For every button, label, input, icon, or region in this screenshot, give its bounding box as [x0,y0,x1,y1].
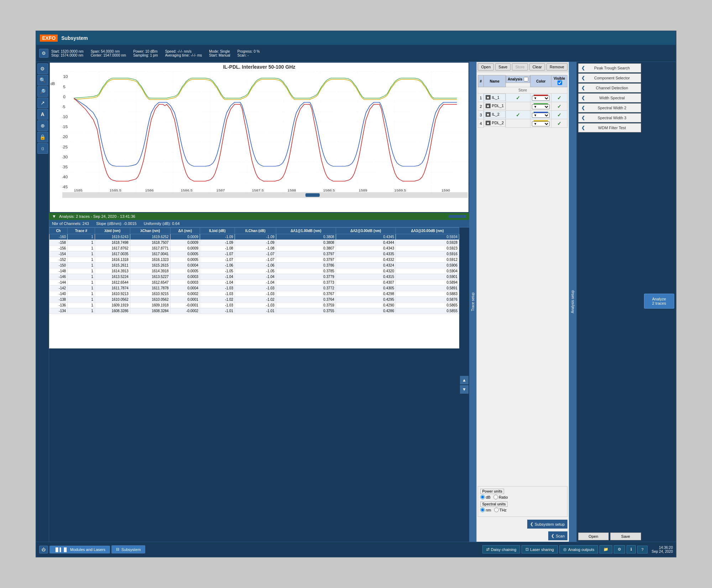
power-ratio-radio[interactable] [493,495,498,499]
scan-label: Scan [556,534,565,538]
zoom-in-btn[interactable]: 🔍 [37,75,48,85]
span-value: Span: 54.0000 nm [91,49,126,53]
trace-setup-panel: Open Save Store Clear Remove # Name Anal… [476,62,569,542]
table-cell: 1 [68,246,95,251]
spectral-nm-option[interactable]: nm [480,508,491,512]
open-btn[interactable]: Open [478,63,494,70]
auto-btn[interactable]: A [37,109,48,120]
svg-text:-15: -15 [62,125,68,129]
table-cell: 0.4305 [336,285,396,291]
trace-visible-3: ✓ [551,111,567,119]
trace-color-2: ▼ [530,102,551,111]
spectral-width-2-label: Spectral Width 2 [586,106,638,110]
spectral-thz-option[interactable]: THz [494,508,507,512]
help-btn[interactable]: ? [637,546,647,553]
modules-lasers-btn[interactable]: ▐▌▌▐▌ Modules and Lasers [49,546,110,553]
table-cell: -1.03 [235,285,276,291]
settings-tool-btn[interactable]: ⚙ [37,63,48,74]
settings-button[interactable]: ⚙ [39,49,48,58]
progress-value: Progress: 0 % [237,49,260,53]
save-btn[interactable]: Save [495,63,511,70]
scroll-down-btn[interactable]: ▼ [460,385,468,394]
daisy-chaining-btn[interactable]: ⇄ Daisy chaining [482,545,520,553]
tool-btn-5[interactable]: ⊕ [37,120,48,131]
scrollbar-thumb[interactable] [305,193,320,197]
expand-btn[interactable]: ⟨⟩ [37,143,48,154]
analysis-setup-tab[interactable]: Analysis setup [569,62,576,542]
power-db-radio[interactable] [480,495,485,499]
chevron-left-icon-2: ❮ [551,534,554,538]
table-cell: -152 [49,257,68,263]
zoom-out-btn[interactable]: 🔎 [37,86,48,97]
analog-outputs-btn[interactable]: ◎ Analog outputs [559,545,598,553]
analysis-open-btn[interactable]: Open [578,532,609,540]
spectral-nm-radio[interactable] [480,508,485,512]
trace-setup-tab[interactable]: Trace setup [469,62,476,542]
trace-analysis-1: ✓ [506,94,530,102]
trace-tbody: Store 1 ■ IL_1 ✓ ▼ ✓ 2 ■ PD [478,87,567,128]
chevron-wdm: ❮ [581,125,585,130]
spectral-thz-radio[interactable] [494,508,499,512]
spectral-width-3-btn[interactable]: ❮ Spectral Width 3 [578,113,641,122]
peak-trough-search-btn[interactable]: ❮ Peak Trough Search [578,63,641,73]
table-cell: 0.5865 [396,303,459,308]
channel-detection-btn[interactable]: ❮ Channel Detection [578,83,641,93]
table-cell: 0.4344 [336,240,396,246]
svg-text:1585: 1585 [74,189,83,192]
subsystem-btn[interactable]: ⊟ Subsystem [111,545,145,553]
gear-footer-btn[interactable]: ⚙ [614,545,625,553]
laser-sharing-btn[interactable]: ⊡ Laser sharing [522,545,558,553]
table-cell: 1617.0041 [130,251,170,257]
svg-text:1585.5: 1585.5 [110,189,121,192]
table-cell: -1.06 [235,263,276,268]
info-btn[interactable]: ℹ [627,545,636,553]
svg-text:0: 0 [63,95,66,99]
remove-btn[interactable]: Remove [546,63,567,70]
color-select-4[interactable]: ▼ [532,121,550,126]
clear-btn[interactable]: Clear [529,63,545,70]
width-spectral-btn[interactable]: ❮ Width Spectral [578,93,641,103]
table-cell: 0.0009 [170,240,200,246]
power-radio-group: dB Ratio [480,495,565,499]
scan-btn[interactable]: ❮ Scan [548,531,567,540]
table-cell: -148 [49,268,68,274]
analysis-save-btn[interactable]: Save [610,532,641,540]
wdm-filter-test-btn[interactable]: ❮ WDM Filter Test [578,123,641,132]
color-select-3[interactable]: ▼ [532,113,550,118]
visible-all-checkbox[interactable] [557,80,562,85]
spectral-thz-label: THz [499,508,507,512]
table-cell: 0.4286 [336,308,396,314]
svg-text:1586: 1586 [145,189,154,192]
help-icon: ? [641,547,643,552]
sampling-value: Sampling: 1 pm [133,53,158,57]
analysis-all-checkbox[interactable] [524,77,528,82]
spectral-units-title: Spectral units [480,502,507,507]
store-btn[interactable]: Store [512,63,528,70]
table-cell: -1.01 [235,308,276,314]
svg-text:1586.5: 1586.5 [181,189,193,192]
trace-color-4: ▼ [530,119,551,128]
power-off-btn[interactable]: ⏻ [39,546,48,553]
table-cell: 0.5928 [396,240,459,246]
analyze-2traces-btn[interactable]: Analyze2 traces [644,294,674,309]
lock-btn[interactable]: 🔒 [37,132,48,142]
color-select-1[interactable]: ▼ [532,96,550,101]
power-db-option[interactable]: dB [480,495,490,499]
daisy-icon: ⇄ [486,547,490,552]
graph-scrollbar[interactable] [62,192,468,198]
color-select-2[interactable]: ▼ [532,104,550,109]
table-cell: -1.08 [235,246,276,251]
table-cell: -1.03 [200,303,235,308]
scroll-up-btn[interactable]: ▲ [460,376,468,384]
table-row: -15211616.13181616.13230.0005-1.07-1.070… [49,257,459,263]
subsystem-setup-btn[interactable]: ❮ Subsystem setup [527,520,567,529]
table-cell: 1 [68,268,95,274]
component-selector-btn[interactable]: ❮ Component Selector [578,73,641,83]
col-delta-lambda: ΔΛ (nm) [170,228,200,234]
power-ratio-option[interactable]: Ratio [493,495,508,499]
cursor-btn[interactable]: ↗ [37,98,48,108]
spectral-width-2-btn[interactable]: ❮ Spectral Width 2 [578,103,641,112]
table-cell: 0.4324 [336,263,396,268]
folder-btn[interactable]: 📁 [600,545,612,553]
table-scroll-container[interactable]: Ch Trace # λbid (nm) λChan (nm) ΔΛ (nm) … [49,227,459,348]
